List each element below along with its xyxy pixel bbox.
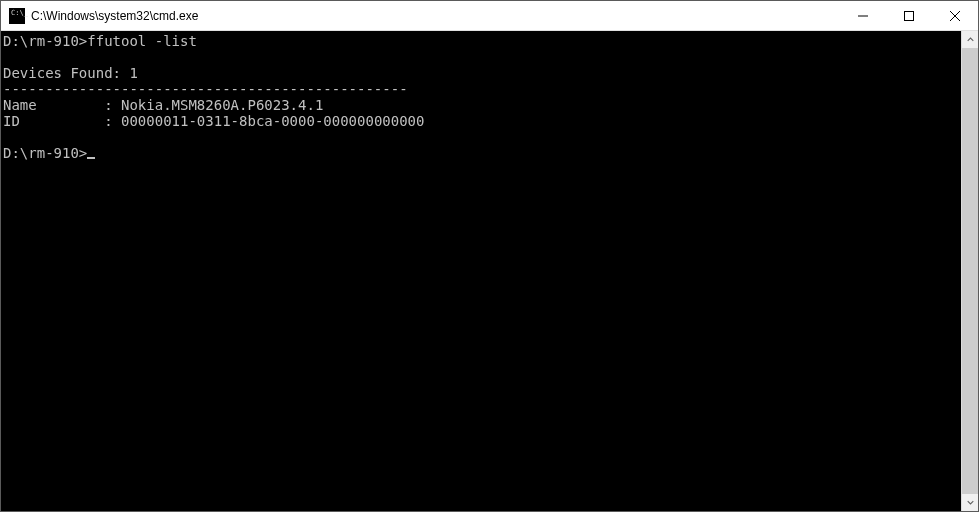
scroll-up-button[interactable]: [962, 31, 978, 48]
prompt: D:\rm-910>: [3, 33, 87, 49]
name-label: Name: [3, 97, 37, 113]
id-label: ID: [3, 113, 20, 129]
content-area: D:\rm-910>ffutool -list Devices Found: 1…: [1, 31, 978, 511]
vertical-scrollbar[interactable]: [961, 31, 978, 511]
minimize-icon: [858, 11, 868, 21]
scroll-thumb[interactable]: [962, 48, 978, 494]
prompt: D:\rm-910>: [3, 145, 87, 161]
close-icon: [950, 11, 960, 21]
name-value: Nokia.MSM8260A.P6023.4.1: [121, 97, 323, 113]
id-value: 00000011-0311-8bca-0000-000000000000: [121, 113, 424, 129]
terminal-output[interactable]: D:\rm-910>ffutool -list Devices Found: 1…: [1, 31, 961, 511]
chevron-down-icon: [967, 499, 974, 506]
minimize-button[interactable]: [840, 1, 886, 30]
cmd-window: C:\Windows\system32\cmd.exe D:\rm-910>ff…: [0, 0, 979, 512]
cursor: [87, 157, 95, 159]
maximize-icon: [904, 11, 914, 21]
window-title: C:\Windows\system32\cmd.exe: [31, 9, 840, 23]
separator-line: ----------------------------------------…: [3, 81, 408, 97]
window-controls: [840, 1, 978, 30]
svg-rect-1: [905, 11, 914, 20]
scroll-down-button[interactable]: [962, 494, 978, 511]
scroll-track[interactable]: [962, 48, 978, 494]
titlebar[interactable]: C:\Windows\system32\cmd.exe: [1, 1, 978, 31]
chevron-up-icon: [967, 36, 974, 43]
cmd-icon: [9, 8, 25, 24]
close-button[interactable]: [932, 1, 978, 30]
command-text: ffutool -list: [87, 33, 197, 49]
devices-found-line: Devices Found: 1: [3, 65, 138, 81]
maximize-button[interactable]: [886, 1, 932, 30]
